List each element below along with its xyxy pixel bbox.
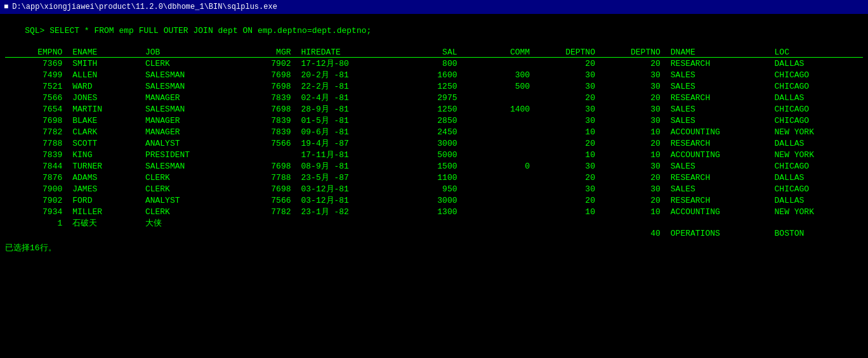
table-cell: CLARK [67, 126, 140, 137]
table-cell: SMITH [67, 58, 140, 70]
table-cell [463, 92, 536, 103]
table-cell: JONES [67, 92, 140, 103]
table-cell: 3000 [400, 195, 462, 206]
table-cell: SALESMAN [140, 160, 244, 172]
title-bar: ■ D:\app\xiongjiawei\product\11.2.0\dbho… [0, 0, 868, 14]
table-cell: PRESIDENT [140, 149, 244, 160]
table-row: 7698BLAKEMANAGER783901-5月 -8128503030SAL… [5, 115, 863, 126]
table-row: 1石破天大侠 [5, 217, 863, 229]
table-cell: DALLAS [770, 58, 863, 70]
table-cell: 7698 [244, 183, 296, 195]
table-row: 7654MARTINSALESMAN769828-9月 -81125014003… [5, 103, 863, 115]
table-cell [463, 149, 536, 160]
table-cell: RESEARCH [666, 92, 770, 103]
table-cell [770, 217, 863, 229]
table-cell: 20 [600, 137, 666, 149]
table-cell: RESEARCH [666, 195, 770, 206]
table-cell: 30 [535, 160, 600, 172]
table-cell: 1250 [400, 80, 462, 92]
table-cell: 20 [600, 92, 666, 103]
table-cell: SALES [666, 115, 770, 126]
table-cell: 2850 [400, 115, 462, 126]
table-cell: 2975 [400, 92, 462, 103]
table-cell: 30 [600, 160, 666, 172]
table-cell: 23-1月 -82 [296, 206, 400, 217]
table-cell: 02-4月 -81 [296, 92, 400, 103]
table-cell: 7654 [5, 103, 67, 115]
table-cell: DALLAS [770, 172, 863, 183]
table-cell [140, 229, 244, 238]
table-cell: ANALYST [140, 137, 244, 149]
table-cell: 10 [600, 149, 666, 160]
table-cell: 30 [535, 183, 600, 195]
table-cell [67, 229, 140, 238]
title-bar-title: D:\app\xiongjiawei\product\11.2.0\dbhome… [12, 3, 277, 11]
table-cell: SALESMAN [140, 103, 244, 115]
table-cell: 7782 [244, 206, 296, 217]
table-cell: 2450 [400, 126, 462, 137]
table-cell: SALES [666, 69, 770, 80]
table-cell: ACCOUNTING [666, 149, 770, 160]
table-cell [463, 217, 536, 229]
table-cell: 7698 [244, 69, 296, 80]
table-cell: BOSTON [770, 229, 863, 238]
header-job: JOB [140, 48, 244, 57]
table-cell: 30 [600, 80, 666, 92]
table-cell: 7839 [244, 126, 296, 137]
table-cell [535, 217, 600, 229]
table-cell: 10 [535, 206, 600, 217]
table-cell: 30 [535, 115, 600, 126]
table-cell: 7934 [5, 206, 67, 217]
table-row: 7788SCOTTANALYST756619-4月 -8730002020RES… [5, 137, 863, 149]
table-body: 7369SMITHCLERK790217-12月-808002020RESEAR… [5, 58, 863, 239]
header-deptno2: DEPTNO [600, 48, 666, 57]
table-cell [666, 217, 770, 229]
table-cell: NEW YORK [770, 149, 863, 160]
table-row: 40OPERATIONSBOSTON [5, 229, 863, 238]
table-cell: 7698 [244, 160, 296, 172]
table-cell: CHICAGO [770, 160, 863, 172]
table-cell: 20 [600, 172, 666, 183]
table-cell: 7902 [5, 195, 67, 206]
table-cell: 30 [600, 69, 666, 80]
table-cell: 800 [400, 58, 462, 70]
table-cell: 19-4月 -87 [296, 137, 400, 149]
table-cell: 1400 [463, 103, 536, 115]
table-cell [5, 229, 67, 238]
table-cell: CLERK [140, 183, 244, 195]
table-cell: 10 [600, 206, 666, 217]
table-cell: 7566 [5, 92, 67, 103]
table-cell: 5000 [400, 149, 462, 160]
table-cell: ADAMS [67, 172, 140, 183]
table-cell: 7499 [5, 69, 67, 80]
table-cell: 7839 [244, 92, 296, 103]
table-cell: MANAGER [140, 115, 244, 126]
table-cell: 20 [535, 172, 600, 183]
table-cell [400, 229, 462, 238]
table-cell: OPERATIONS [666, 229, 770, 238]
table-cell: 30 [535, 80, 600, 92]
sql-text: SELECT * FROM emp FULL OUTER JOIN dept O… [49, 26, 371, 35]
table-cell: 1600 [400, 69, 462, 80]
table-cell: SALESMAN [140, 69, 244, 80]
header-mgr: MGR [244, 48, 296, 57]
table-cell: 7566 [244, 137, 296, 149]
table-cell: 30 [600, 103, 666, 115]
table-cell [296, 229, 400, 238]
table-cell: 7566 [244, 195, 296, 206]
table-cell: CLERK [140, 206, 244, 217]
table-cell: 10 [600, 126, 666, 137]
header-comm: COMM [463, 48, 536, 57]
table-cell: 1250 [400, 103, 462, 115]
table-cell: 7902 [244, 58, 296, 70]
table-cell: 23-5月 -87 [296, 172, 400, 183]
header-dname: DNAME [666, 48, 770, 57]
table-cell: 7788 [244, 172, 296, 183]
table-cell: CHICAGO [770, 80, 863, 92]
table-cell [463, 195, 536, 206]
table-cell: 1 [5, 217, 67, 229]
table-cell [600, 217, 666, 229]
terminal: SQL> SELECT * FROM emp FULL OUTER JOIN d… [0, 14, 868, 358]
table-cell [463, 115, 536, 126]
table-cell: 03-12月-81 [296, 183, 400, 195]
